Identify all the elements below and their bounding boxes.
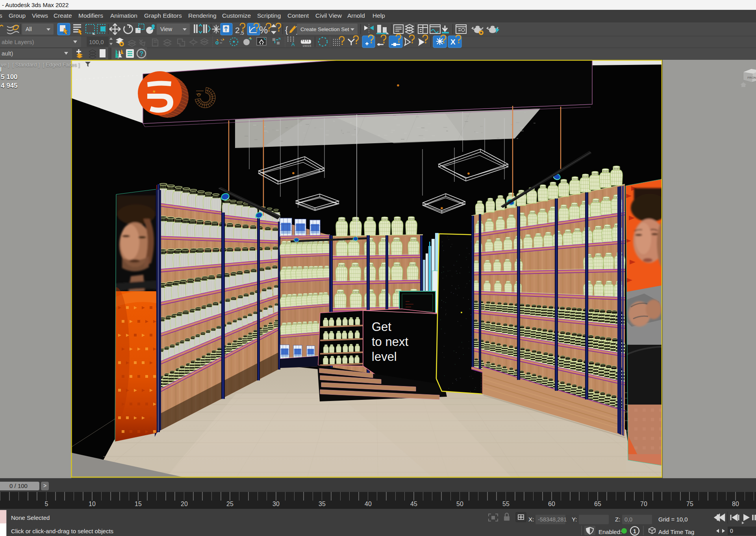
svg-text:15015: 15015 — [302, 44, 311, 48]
svg-text:to next: to next — [372, 335, 408, 349]
svg-text:1: 1 — [633, 528, 636, 534]
svg-text:All: All — [26, 26, 32, 32]
svg-text:ault): ault) — [2, 50, 13, 57]
svg-text:0: 0 — [730, 528, 733, 534]
svg-text:Get: Get — [372, 320, 391, 334]
svg-text:Create Selection Set: Create Selection Set — [300, 26, 349, 32]
svg-text:able Layers): able Layers) — [2, 39, 34, 45]
svg-text:View: View — [160, 26, 172, 32]
svg-text:{: { — [285, 25, 288, 35]
svg-text:2: 2 — [235, 26, 240, 35]
svg-text:level: level — [372, 350, 397, 364]
svg-text:100,0: 100,0 — [89, 39, 104, 45]
svg-text:FRONT: FRONT — [747, 76, 756, 79]
svg-text:X: X — [450, 38, 456, 46]
svg-text:?: ? — [140, 50, 144, 57]
svg-text:A: A — [291, 41, 295, 47]
svg-text:%: % — [259, 24, 268, 35]
